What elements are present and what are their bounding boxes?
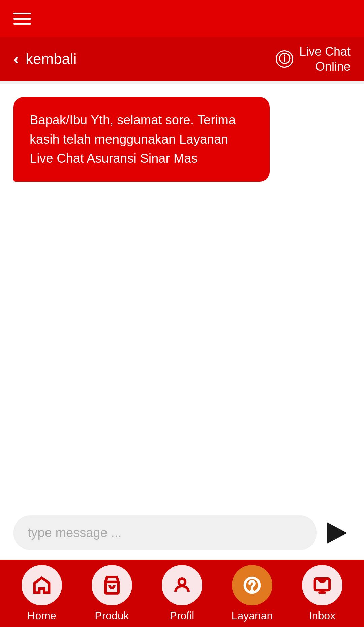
back-button[interactable]: ‹ kembali <box>13 51 77 67</box>
nav-label-layanan: Layanan <box>232 609 273 622</box>
divider <box>0 81 364 84</box>
back-label: kembali <box>26 51 77 67</box>
nav-item-inbox[interactable]: Inbox <box>295 565 349 622</box>
send-icon <box>327 522 347 544</box>
message-text: Bapak/Ibu Yth, selamat sore. Terima kasi… <box>30 113 236 166</box>
message-bubble: Bapak/Ibu Yth, selamat sore. Terima kasi… <box>13 97 270 182</box>
nav-circle-produk <box>92 565 132 605</box>
nav-label-home: Home <box>27 609 56 622</box>
profil-icon <box>172 575 192 595</box>
inbox-icon <box>312 575 332 595</box>
svg-point-0 <box>179 578 185 585</box>
live-chat-label: Live ChatOnline <box>299 44 351 74</box>
nav-label-inbox: Inbox <box>309 609 335 622</box>
nav-item-layanan[interactable]: Layanan <box>225 565 279 622</box>
nav-item-home[interactable]: Home <box>15 565 69 622</box>
produk-icon <box>102 575 122 595</box>
nav-item-profil[interactable]: Profil <box>155 565 209 622</box>
info-icon: ⓘ <box>276 50 293 68</box>
back-arrow-icon: ‹ <box>13 51 19 67</box>
nav-circle-profil <box>162 565 202 605</box>
nav-header: ‹ kembali ⓘ Live ChatOnline <box>0 37 364 81</box>
nav-circle-home <box>22 565 62 605</box>
top-bar <box>0 0 364 37</box>
input-area <box>0 506 364 560</box>
nav-circle-layanan <box>232 565 272 605</box>
bottom-nav: Home Produk Profil Laya <box>0 560 364 627</box>
nav-label-produk: Produk <box>95 609 129 622</box>
nav-circle-inbox <box>302 565 342 605</box>
message-input[interactable] <box>13 515 317 550</box>
hamburger-button[interactable] <box>13 13 31 25</box>
chat-area: Bapak/Ibu Yth, selamat sore. Terima kasi… <box>0 84 364 506</box>
send-button[interactable] <box>324 521 351 545</box>
layanan-icon <box>242 575 262 595</box>
nav-label-profil: Profil <box>170 609 194 622</box>
home-icon <box>32 575 52 595</box>
nav-item-produk[interactable]: Produk <box>85 565 139 622</box>
svg-point-2 <box>251 590 253 592</box>
live-chat-info[interactable]: ⓘ Live ChatOnline <box>276 44 351 74</box>
